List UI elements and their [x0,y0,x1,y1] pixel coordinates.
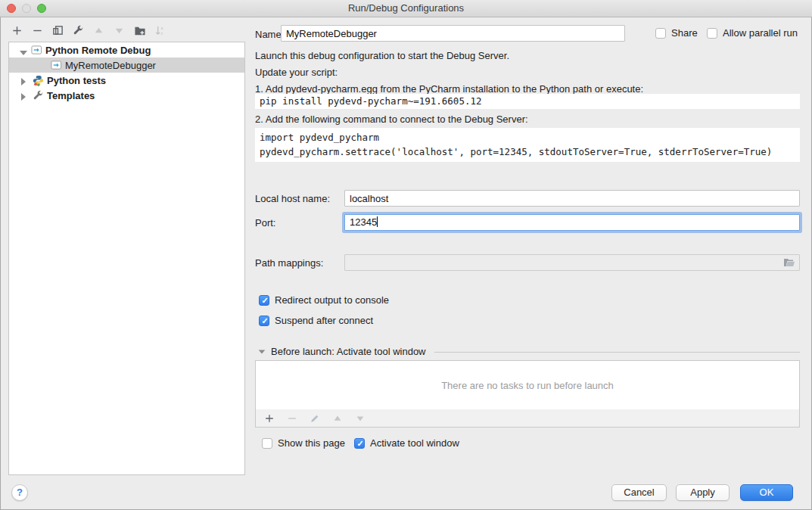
plus-icon[interactable] [11,24,23,37]
name-input[interactable] [281,25,625,42]
empty-tasks-text: There are no tasks to run before launch [441,380,614,391]
checkbox-box[interactable] [655,28,666,39]
port-label: Port: [255,217,275,229]
minus-icon[interactable] [31,24,44,37]
description-update-line: Update your script: [255,67,338,79]
titlebar: Run/Debug Configurations [0,0,812,17]
arrow-down-icon [353,412,366,424]
window-title: Run/Debug Configurations [0,0,812,17]
checkbox-box[interactable] [259,316,269,326]
configurations-toolbar: az [11,24,166,37]
description-launch-line: Launch this debug configuration to start… [255,50,509,62]
plus-icon[interactable] [263,412,275,424]
svg-text:a: a [160,26,163,30]
checkbox-box[interactable] [707,28,717,39]
description-step2: 2. Add the following command to connect … [255,114,528,126]
share-checkbox[interactable]: Share [655,27,698,39]
tree-item-label: MyRemoteDebugger [65,60,156,71]
allow-parallel-run-checkbox[interactable]: Allow parallel run [707,27,798,39]
tree-item-myremotedebugger[interactable]: MyRemoteDebugger [9,58,244,73]
arrow-up-icon [331,412,344,424]
configurations-tree: Python Remote Debug MyRemoteDebugger Pyt… [8,42,245,475]
divider [434,352,800,353]
python-tests-icon [32,74,44,86]
activate-tool-window-checkbox[interactable]: Activate tool window [354,437,459,449]
local-host-name-input[interactable] [344,190,800,207]
run-debug-configurations-dialog: Run/Debug Configurations az Python Remot… [0,0,812,510]
code-line: pydevd_pycharm.settrace('localhost', por… [260,145,800,159]
remote-debug-config-icon [50,59,62,71]
before-launch-title: Before launch: Activate tool window [271,346,426,358]
checkbox-label: Show this page [278,437,345,449]
templates-wrench-icon [32,89,44,101]
sort-az-icon: az [154,24,166,37]
folder-plus-icon[interactable] [133,24,146,37]
tree-item-label: Python Remote Debug [45,45,151,56]
chevron-down-icon[interactable] [20,46,27,54]
apply-button[interactable]: Apply [676,484,730,501]
port-input[interactable]: 12345 [344,214,800,231]
arrow-down-icon [113,24,126,37]
chevron-right-icon[interactable] [21,76,29,84]
before-launch-header[interactable]: Before launch: Activate tool window [258,346,800,358]
minus-icon [285,412,298,424]
tree-item-label: Templates [47,90,95,101]
checkbox-box[interactable] [262,438,272,449]
checkbox-label: Redirect output to console [275,294,389,306]
checkbox-label: Suspend after connect [275,315,373,326]
pip-install-code: pip install pydevd-pycharm~=191.6605.12 [255,94,800,109]
local-host-name-label: Local host name: [255,193,330,205]
help-button[interactable]: ? [11,484,28,501]
tree-item-label: Python tests [47,75,106,86]
redirect-output-checkbox[interactable]: Redirect output to console [259,294,389,306]
chevron-down-icon[interactable] [259,350,266,353]
text-cursor [377,216,378,227]
show-this-page-checkbox[interactable]: Show this page [262,437,345,449]
before-launch-task-list[interactable]: There are no tasks to run before launch [255,360,800,410]
remote-debug-config-icon [30,44,42,56]
suspend-after-connect-checkbox[interactable]: Suspend after connect [259,315,373,326]
code-line: import pydevd_pycharm [260,130,800,145]
task-list-toolbar [255,409,800,428]
browse-folder-icon[interactable] [783,257,795,272]
arrow-up-icon [92,24,105,37]
pencil-icon [308,412,321,424]
ok-button[interactable]: OK [740,484,793,501]
tree-item-python-tests[interactable]: Python tests [9,73,244,88]
cancel-button[interactable]: Cancel [611,484,667,501]
tree-item-python-remote-debug[interactable]: Python Remote Debug [9,42,244,58]
svg-text:z: z [160,31,163,36]
tree-item-templates[interactable]: Templates [9,88,244,103]
port-value: 12345 [350,216,377,228]
path-mappings-label: Path mappings: [255,257,323,269]
checkbox-label: Allow parallel run [723,27,798,39]
checkbox-label: Share [671,27,698,39]
checkbox-label: Activate tool window [370,437,459,449]
checkbox-box[interactable] [259,295,269,306]
copy-icon[interactable] [51,24,64,37]
settrace-code-block: import pydevd_pycharm pydevd_pycharm.set… [255,128,800,162]
path-mappings-input[interactable] [344,254,800,271]
chevron-right-icon[interactable] [21,92,29,99]
checkbox-box[interactable] [354,438,365,449]
name-label: Name: [255,29,284,41]
wrench-icon[interactable] [72,24,85,37]
